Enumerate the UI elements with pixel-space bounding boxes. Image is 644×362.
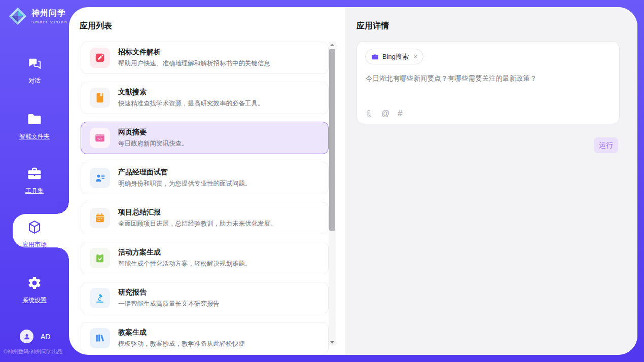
app-list-title: 应用列表: [80, 21, 112, 31]
sidebar-item-label: 应用市场: [0, 240, 69, 249]
app-card-icon: [90, 88, 110, 108]
app-card-desc: 快速精准查找学术资源，提高研究效率的必备工具。: [118, 99, 264, 108]
scrollbar-thumb[interactable]: [329, 49, 335, 231]
chat-icon: [27, 56, 42, 71]
app-card[interactable]: 研究报告 一键智能生成高质量长文本研究报告: [81, 282, 329, 314]
app-detail-pane: 应用详情 Bing搜索 × 今日湖北有哪些新闻要点？有哪些需要关注的最新政策？ …: [345, 7, 637, 355]
app-list: 招标文件解析 帮助用户快速、准确地理解和解析招标书中的关键信息 文献搜索 快速精…: [81, 42, 329, 355]
calendar-icon: [94, 212, 105, 224]
sidebar-item-label: 对话: [0, 77, 69, 85]
arrow-up-icon: [330, 44, 334, 46]
sidebar-item-label: 工具集: [0, 187, 69, 195]
app-card[interactable]: 网页摘要 每日政府新闻资讯快查。: [81, 122, 329, 154]
browser-icon: [94, 132, 105, 143]
app-card-desc: 智能生成个性化活动方案，轻松解决规划难题。: [118, 260, 252, 268]
app-card-name: 活动方案生成: [118, 248, 252, 257]
diamond-logo-icon: [8, 7, 27, 26]
main-content: 应用列表 招标文件解析 帮助用户快速、准确地理解和解析招标书中的关键信息 文献搜…: [69, 7, 637, 355]
app-card-name: 研究报告: [118, 288, 220, 297]
app-card[interactable]: 活动方案生成 智能生成个性化活动方案，轻松解决规划难题。: [81, 242, 329, 274]
edit-icon: [94, 52, 105, 63]
app-card-desc: 全面回顾项目进展，总结经验教训，助力未来优化发展。: [118, 220, 277, 228]
app-card-name: 项目总结汇报: [118, 208, 277, 217]
app-card-icon: [90, 168, 110, 188]
app-card-name: 网页摘要: [118, 128, 188, 137]
cube-icon: [27, 220, 42, 235]
tool-chip-bing-search[interactable]: Bing搜索 ×: [365, 49, 423, 64]
app-card-icon: [90, 48, 110, 68]
app-card-icon: [90, 128, 110, 148]
interviewer-icon: [94, 172, 105, 184]
app-card-name: 产品经理面试官: [118, 168, 252, 177]
sidebar-item-toolbox[interactable]: 工具集: [0, 166, 69, 195]
gear-icon: [27, 275, 42, 291]
chip-close-icon[interactable]: ×: [413, 53, 417, 60]
user-menu[interactable]: AD: [20, 330, 50, 343]
app-card-desc: 帮助用户快速、准确地理解和解析招标书中的关键信息: [118, 59, 270, 68]
hash-icon[interactable]: #: [398, 110, 402, 118]
arrow-down-icon: [330, 341, 334, 344]
app-card-name: 教案生成: [118, 328, 245, 337]
scrollbar[interactable]: [329, 42, 336, 346]
clipboard-icon: [94, 252, 105, 264]
avatar: [20, 330, 33, 343]
sidebar: 神州问学 Smart Vision 对话 智能文件夹 工具集 应用市场 系统设置: [0, 0, 69, 362]
microscope-icon: [94, 293, 105, 304]
sidebar-item-label: 智能文件夹: [0, 132, 69, 141]
scrollbar-up-button[interactable]: [329, 42, 336, 48]
bubble-connector-bottom: [57, 247, 69, 260]
run-button[interactable]: 运行: [594, 137, 618, 153]
sidebar-item-gear[interactable]: 系统设置: [0, 275, 69, 305]
app-card-icon: [90, 208, 110, 228]
app-card-desc: 明确身份和职责，为您提供专业性的面试问题。: [118, 179, 252, 188]
app-card-desc: 每日政府新闻资讯快查。: [118, 139, 188, 148]
bubble-connector-top: [57, 202, 69, 214]
app-card-desc: 模板驱动，教案秒成，教学准备从此轻松快捷: [118, 340, 245, 348]
user-name: AD: [41, 333, 50, 341]
query-input[interactable]: 今日湖北有哪些新闻要点？有哪些需要关注的最新政策？: [366, 74, 611, 84]
briefcase-icon: [371, 53, 379, 60]
book-icon: [94, 92, 105, 103]
paperclip-icon[interactable]: [365, 110, 373, 118]
app-card-icon: [90, 328, 110, 348]
brand-name: 神州问学: [31, 8, 68, 19]
composer-toolbar: @ #: [365, 110, 402, 118]
tool-chip-label: Bing搜索: [382, 52, 409, 61]
scrollbar-down-button[interactable]: [329, 339, 336, 346]
app-card-icon: [90, 248, 110, 268]
app-card[interactable]: 文献搜索 快速精准查找学术资源，提高研究效率的必备工具。: [81, 82, 329, 114]
brand-subtitle: Smart Vision: [31, 20, 68, 24]
books-icon: [94, 333, 105, 344]
app-list-pane: 应用列表 招标文件解析 帮助用户快速、准确地理解和解析招标书中的关键信息 文献搜…: [69, 7, 345, 355]
brand-logo: 神州问学 Smart Vision: [8, 7, 68, 26]
app-card[interactable]: 招标文件解析 帮助用户快速、准确地理解和解析招标书中的关键信息: [81, 42, 329, 74]
app-card-icon: [90, 288, 110, 308]
app-card-name: 招标文件解析: [118, 48, 270, 57]
app-card[interactable]: 产品经理面试官 明确身份和职责，为您提供专业性的面试问题。: [81, 162, 329, 194]
app-card[interactable]: 教案生成 模板驱动，教案秒成，教学准备从此轻松快捷: [81, 322, 329, 354]
at-mention-icon[interactable]: @: [381, 110, 389, 118]
sidebar-item-cube[interactable]: 应用市场: [0, 220, 69, 249]
copyright-footer: ©神州数码·神州问学出品: [4, 348, 62, 355]
prompt-card: Bing搜索 × 今日湖北有哪些新闻要点？有哪些需要关注的最新政策？ @ #: [356, 41, 620, 124]
app-card-name: 文献搜索: [118, 88, 264, 97]
app-card-desc: 一键智能生成高质量长文本研究报告: [118, 300, 220, 308]
sidebar-item-chat[interactable]: 对话: [0, 56, 69, 85]
toolbox-icon: [27, 166, 42, 181]
sidebar-item-folder[interactable]: 智能文件夹: [0, 112, 69, 141]
sidebar-item-label: 系统设置: [0, 296, 69, 305]
app-detail-title: 应用详情: [356, 21, 389, 31]
app-card[interactable]: 项目总结汇报 全面回顾项目进展，总结经验教训，助力未来优化发展。: [81, 202, 329, 234]
folder-icon: [27, 112, 42, 127]
person-icon: [23, 333, 31, 341]
